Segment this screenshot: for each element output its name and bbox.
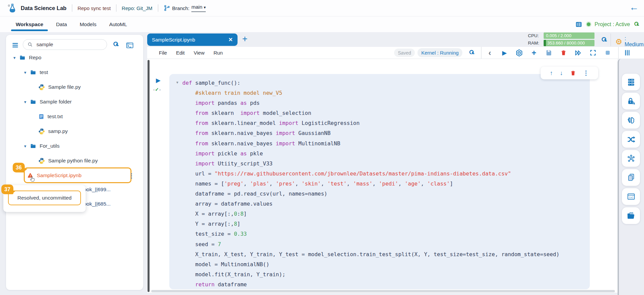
horizontal-scrollbar[interactable] bbox=[151, 290, 615, 292]
code-line: url = "https://raw.githubusercontent.com… bbox=[182, 169, 559, 179]
move-cell-down-icon[interactable]: ↓ bbox=[560, 70, 563, 76]
tree-item-sample-file-py[interactable]: Sample file.py bbox=[6, 80, 143, 94]
menu-file[interactable]: File bbox=[159, 50, 167, 56]
save-status: Saved bbox=[394, 49, 415, 57]
tree-item-for-utils[interactable]: ▾For_utils bbox=[6, 139, 143, 153]
project-refresh-icon[interactable]: ⟳ bbox=[632, 20, 641, 29]
tree-item-repo[interactable]: ▾Repo bbox=[6, 50, 143, 65]
file-tree: ▾Repo▾testSample file.py▾Sample folderte… bbox=[6, 50, 143, 183]
fullscreen-icon[interactable] bbox=[589, 49, 597, 57]
rail-button-security-lock[interactable] bbox=[622, 93, 640, 109]
cpu-usage-bar: 0.005 / 2.000 bbox=[544, 32, 594, 39]
divider bbox=[116, 4, 116, 12]
run-all-icon[interactable] bbox=[574, 49, 582, 57]
kernel-status[interactable]: Kernel : Running bbox=[418, 48, 462, 57]
nav-tab-data[interactable]: Data bbox=[56, 17, 67, 31]
branch-label: Branch: bbox=[172, 5, 190, 11]
notebook-toolbar: FileEditViewRun Saved Kernel : Running ⟳… bbox=[147, 47, 644, 59]
code-line: import Utiity_script_V33 bbox=[182, 159, 559, 169]
close-icon[interactable]: ✕ bbox=[228, 36, 233, 43]
collapse-left-icon[interactable]: ‹ bbox=[486, 49, 494, 57]
tree-item-truncated[interactable]: ook_||699... bbox=[84, 187, 110, 193]
nav-tab-automl[interactable]: AutoML bbox=[109, 17, 127, 31]
add-cell-icon[interactable]: + bbox=[530, 49, 538, 57]
cell-toolbar: ↑↓⋮ bbox=[541, 67, 598, 79]
run-cell-icon[interactable]: ▶ bbox=[500, 49, 509, 57]
tree-item-samp-py[interactable]: samp.py bbox=[6, 124, 143, 139]
tree-item-label: test.txt bbox=[48, 114, 63, 120]
divider bbox=[72, 4, 72, 12]
chip-icon bbox=[615, 38, 623, 46]
nav-tab-workspace[interactable]: Workspace bbox=[16, 17, 43, 31]
code-line: #sklearn train model new_V5 bbox=[182, 88, 559, 98]
caret-down-icon[interactable]: ▾ bbox=[24, 144, 26, 148]
divider bbox=[618, 47, 619, 59]
logs-icon[interactable] bbox=[575, 21, 583, 28]
layout-columns-icon[interactable] bbox=[624, 49, 631, 57]
notebook-tab-title: SampleScript.ipynb bbox=[152, 37, 195, 43]
stop-kernel-icon[interactable] bbox=[604, 49, 612, 57]
tree-item-sample-python-file-py[interactable]: Sample python file.py bbox=[6, 153, 143, 168]
rail-button-dataset[interactable] bbox=[622, 74, 640, 90]
add-tab-button[interactable]: + bbox=[242, 34, 248, 44]
instance-size[interactable]: : Medium bbox=[615, 35, 644, 48]
run-cell-play-icon[interactable]: ▶ bbox=[156, 77, 161, 84]
code-line: test_size = 0.33 bbox=[182, 229, 559, 239]
tree-item-sample-folder[interactable]: ▾Sample folder bbox=[6, 94, 143, 109]
delete-notebook-icon[interactable] bbox=[559, 49, 567, 57]
tree-refresh-icon[interactable]: ⟳ bbox=[111, 40, 120, 49]
code-line: X_train, X_test, Y_train, Y_test = model… bbox=[182, 249, 559, 260]
search-input[interactable] bbox=[36, 41, 97, 48]
caret-down-icon[interactable]: ▾ bbox=[24, 100, 26, 104]
rail-button-folder-files[interactable] bbox=[622, 207, 640, 224]
caret-down-icon[interactable]: ▾ bbox=[13, 56, 16, 60]
code-line: from sklearn.naive_bayes import Multinom… bbox=[182, 139, 559, 149]
divider bbox=[611, 33, 611, 46]
delete-cell-icon[interactable] bbox=[570, 70, 576, 76]
tree-item-samplescript-ipynb[interactable]: 36SampleScript.ipynb⋮ bbox=[6, 168, 143, 183]
rail-button-documents[interactable] bbox=[622, 169, 640, 186]
menu-view[interactable]: View bbox=[194, 50, 204, 56]
cell-more-options-icon[interactable]: ⋮ bbox=[583, 70, 589, 76]
item-more-options-icon[interactable]: ⋮ bbox=[128, 172, 134, 179]
divider bbox=[158, 4, 158, 12]
rail-button-network-graph[interactable] bbox=[622, 150, 640, 167]
caret-down-icon[interactable]: ▾ bbox=[24, 70, 26, 75]
branch-name[interactable]: main ▾ bbox=[191, 4, 206, 12]
terminal-icon[interactable] bbox=[125, 42, 134, 50]
rail-button-ml-brain[interactable] bbox=[622, 112, 640, 129]
tree-item-test-txt[interactable]: test.txt bbox=[6, 109, 143, 124]
kernel-refresh-icon[interactable]: ⟳ bbox=[467, 48, 477, 58]
code-editor[interactable]: def sample_func(): #sklearn train model … bbox=[182, 78, 559, 290]
security-lock-icon bbox=[627, 97, 636, 106]
menu-edit[interactable]: Edit bbox=[176, 50, 185, 56]
vertical-scrollbar[interactable] bbox=[148, 60, 150, 292]
code-fold-caret-icon[interactable]: ▾ bbox=[176, 80, 178, 85]
ram-usage-bar: 353.660 / 8000.000 bbox=[544, 40, 594, 46]
code-line: Y = array[:,8] bbox=[182, 219, 559, 229]
notebook-tab[interactable]: SampleScript.ipynb ✕ bbox=[147, 33, 238, 46]
move-cell-up-icon[interactable]: ↑ bbox=[550, 70, 553, 76]
back-arrow-button[interactable]: ← bbox=[629, 2, 639, 13]
python-icon bbox=[38, 157, 45, 164]
nav-tab-models[interactable]: Models bbox=[80, 17, 96, 31]
menu-run[interactable]: Run bbox=[213, 50, 223, 56]
shuffle-icon bbox=[627, 135, 636, 144]
branch-selector[interactable]: Branch: main ▾ bbox=[164, 4, 206, 12]
rail-button-code-window[interactable]: (x) bbox=[622, 188, 640, 205]
tree-item-label: Sample folder bbox=[40, 99, 72, 105]
code-line: from sklearn.naive_bayes import Gaussian… bbox=[182, 128, 559, 138]
project-name: Repo sync test bbox=[78, 5, 111, 11]
tree-item-test[interactable]: ▾test bbox=[6, 65, 143, 80]
rail-button-shuffle[interactable] bbox=[622, 131, 640, 148]
folder-icon bbox=[29, 143, 37, 149]
restart-kernel-icon[interactable] bbox=[515, 49, 523, 57]
menu-icon[interactable] bbox=[11, 42, 19, 49]
main-nav: WorkspaceDataModelsAutoML Project : Acti… bbox=[0, 16, 644, 32]
svg-text:(x): (x) bbox=[629, 196, 633, 199]
search-box[interactable] bbox=[23, 39, 107, 50]
save-notebook-icon[interactable] bbox=[545, 49, 553, 57]
conflict-tooltip: Resolved, uncommitted bbox=[3, 185, 86, 212]
file-browser-panel: ⟳ ▾Repo▾testSample file.py▾Sample folder… bbox=[6, 35, 143, 290]
tree-item-truncated[interactable]: ook_||685... bbox=[84, 201, 110, 207]
